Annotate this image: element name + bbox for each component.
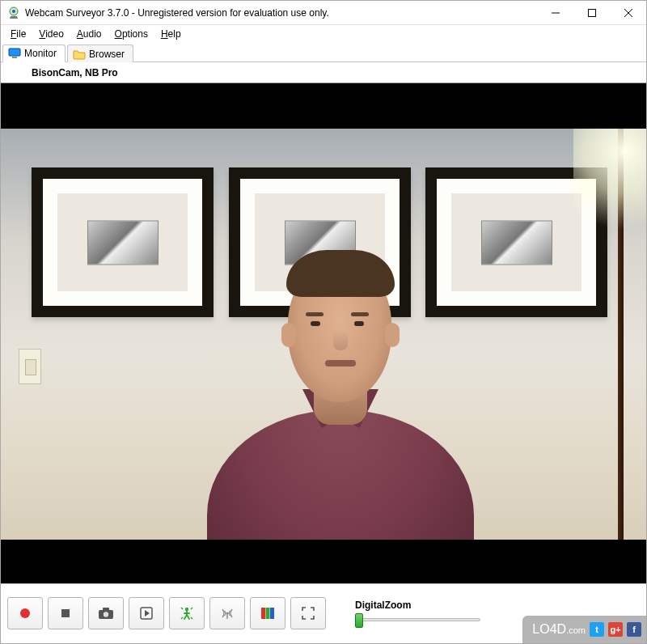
record-button[interactable]	[7, 597, 43, 629]
tabbar: Monitor Browser	[1, 43, 646, 62]
svg-point-9	[104, 612, 108, 616]
menu-help[interactable]: Help	[154, 27, 188, 41]
window-controls	[537, 1, 646, 24]
folder-icon	[73, 48, 86, 61]
titlebar: Webcam Surveyor 3.7.0 - Unregistered ver…	[1, 1, 646, 25]
tab-monitor[interactable]: Monitor	[2, 44, 66, 62]
camera-name-label: BisonCam, NB Pro	[1, 62, 646, 83]
fullscreen-button[interactable]	[290, 597, 326, 629]
slider-thumb[interactable]	[355, 613, 363, 628]
facebook-icon[interactable]: f	[627, 622, 641, 637]
svg-rect-4	[12, 57, 17, 58]
window-title: Webcam Surveyor 3.7.0 - Unregistered ver…	[25, 7, 537, 19]
digital-zoom-label: DigitalZoom	[355, 600, 480, 611]
svg-rect-3	[9, 49, 20, 56]
video-preview	[1, 83, 646, 583]
minimize-button[interactable]	[537, 1, 573, 24]
svg-rect-2	[588, 9, 595, 16]
svg-rect-16	[270, 608, 274, 619]
light-switch	[19, 349, 41, 384]
watermark-brand: LO4D.com	[532, 622, 586, 637]
menu-options[interactable]: Options	[108, 27, 154, 41]
tab-browser[interactable]: Browser	[67, 44, 133, 62]
menu-video[interactable]: Video	[32, 27, 70, 41]
digital-zoom-group: DigitalZoom	[355, 600, 480, 627]
motion-detection-button[interactable]	[169, 597, 205, 629]
lamp	[618, 129, 624, 540]
menubar: File Video Audio Options Help	[1, 25, 646, 43]
play-button[interactable]	[129, 597, 164, 629]
svg-point-1	[12, 10, 15, 13]
monitor-icon	[8, 47, 21, 60]
maximize-button[interactable]	[573, 1, 610, 24]
broadcast-button[interactable]	[209, 597, 245, 629]
svg-rect-13	[226, 614, 227, 619]
webcam-frame	[1, 129, 646, 540]
app-icon	[7, 6, 20, 19]
wall-frame-1	[32, 167, 214, 317]
menu-audio[interactable]: Audio	[70, 27, 108, 41]
svg-rect-8	[103, 608, 109, 611]
stop-button[interactable]	[48, 597, 83, 629]
svg-rect-6	[61, 609, 70, 617]
menu-file[interactable]: File	[4, 27, 32, 41]
tab-monitor-label: Monitor	[24, 48, 57, 59]
close-button[interactable]	[610, 1, 646, 24]
svg-point-5	[20, 608, 30, 618]
digital-zoom-slider[interactable]	[355, 612, 480, 627]
svg-rect-14	[261, 608, 265, 619]
google-plus-icon[interactable]: g+	[608, 622, 623, 637]
tab-browser-label: Browser	[89, 49, 125, 60]
site-watermark: LO4D.com t g+ f	[522, 616, 646, 643]
twitter-icon[interactable]: t	[590, 622, 604, 637]
person	[207, 265, 474, 540]
video-adjustments-button[interactable]	[250, 597, 285, 629]
svg-rect-15	[266, 608, 270, 619]
snapshot-button[interactable]	[88, 597, 124, 629]
